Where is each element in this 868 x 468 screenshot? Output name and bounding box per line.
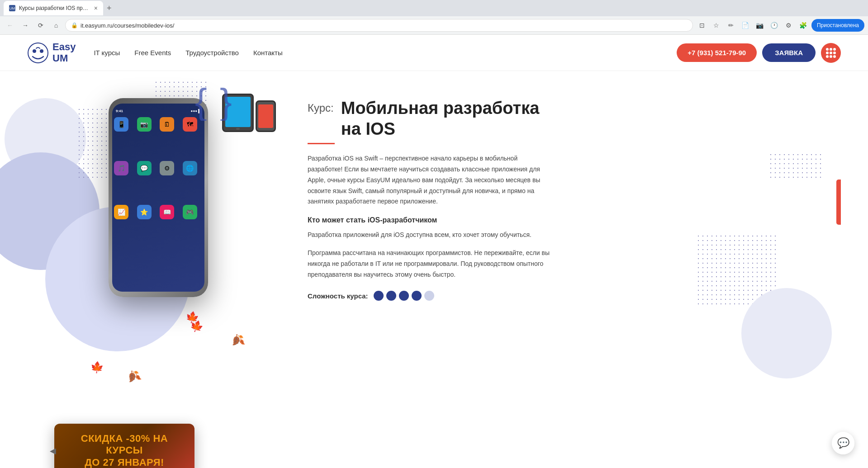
app-icon-2: 📷 <box>137 117 152 132</box>
course-description: Разработка iOS на Swift – перспективное … <box>308 153 552 207</box>
dot <box>830 55 832 58</box>
device-icons: { } <box>222 94 276 132</box>
dot <box>833 52 836 54</box>
app-icon-1: 📱 <box>114 117 128 132</box>
small-phone-screen <box>258 104 273 128</box>
zayavka-button[interactable]: ЗАЯВКА <box>762 43 816 62</box>
app-icon-3: 🗓 <box>160 117 174 132</box>
address-bar[interactable]: 🔒 it.easyum.ru/courses/mobiledev-ios/ <box>65 19 693 32</box>
tab-favicon: UM <box>9 5 15 11</box>
pdf-icon[interactable]: 📄 <box>739 19 752 32</box>
nav-contacts[interactable]: Контакты <box>253 49 283 57</box>
main-nav: IT курсы Free Events Трудоустройство Кон… <box>76 49 282 57</box>
small-phone-icon <box>256 100 276 132</box>
leaf-5: 🍁 <box>90 360 104 374</box>
phone-mockup: 9:41 ●●● ▌ 📱 📷 🗓 🗺 🎵 💬 ⚙ 🌐 📈 <box>109 98 208 297</box>
brackets-decoration: { } <box>195 80 240 123</box>
red-underline <box>308 143 335 144</box>
section1-text: Разработка приложений для iOS доступна в… <box>308 230 552 241</box>
cast-icon[interactable]: ⊡ <box>696 19 708 32</box>
diff-dot-3 <box>399 291 409 301</box>
difficulty-dots <box>374 291 434 301</box>
logo-link[interactable]: Easy UM <box>27 42 76 63</box>
app-icon-12: 🎮 <box>183 205 197 219</box>
extensions-icon[interactable]: 🧩 <box>797 19 810 32</box>
tab-close-button[interactable]: × <box>94 5 98 12</box>
camera-icon[interactable]: 📷 <box>754 19 766 32</box>
address-bar-row: ← → ⟳ ⌂ 🔒 it.easyum.ru/courses/mobiledev… <box>0 16 868 34</box>
bookmark-icon[interactable]: ☆ <box>710 19 723 32</box>
browser-chrome: UM Курсы разработки IOS прило... × + ← →… <box>0 0 868 35</box>
app-icon-7: ⚙ <box>160 161 174 175</box>
course-title: Мобильная разработкана IOS <box>341 98 540 139</box>
phone-container: { } <box>27 98 289 297</box>
dot <box>826 52 829 54</box>
refresh-button[interactable]: ⟳ <box>34 19 47 32</box>
promo-text: СКИДКА -30% НА КУРСЫДО 27 ЯНВАРЯ! <box>65 433 184 468</box>
app-icon-8: 🌐 <box>183 161 197 175</box>
leaf-2: 🍂 <box>229 332 246 348</box>
dot <box>830 48 832 51</box>
menu-dots-button[interactable] <box>821 43 841 63</box>
difficulty-row: Сложность курса: <box>308 291 841 301</box>
tab-title: Курсы разработки IOS прило... <box>19 5 90 11</box>
tab-bar: UM Курсы разработки IOS прило... × + <box>0 0 868 16</box>
logo-svg <box>27 42 49 64</box>
svg-text:}: } <box>220 81 232 121</box>
dot <box>826 55 829 58</box>
promo-arrow-left: ◀ <box>50 446 56 456</box>
app-icon-6: 💬 <box>137 161 152 175</box>
leaf-4: 🍂 <box>124 368 142 385</box>
diff-dot-4 <box>412 291 422 301</box>
dot <box>826 48 829 51</box>
app-icon-5: 🎵 <box>114 161 128 175</box>
svg-point-1 <box>33 49 36 53</box>
url-text: it.easyum.ru/courses/mobiledev-ios/ <box>81 22 687 29</box>
active-tab[interactable]: UM Курсы разработки IOS прило... × <box>4 1 103 15</box>
forward-button[interactable]: → <box>19 19 32 32</box>
header-right: +7 (931) 521-79-90 ЗАЯВКА <box>677 43 841 63</box>
home-button[interactable]: ⌂ <box>50 19 62 32</box>
course-prefix: Курс: <box>308 102 334 114</box>
sidebar-accent <box>836 180 841 225</box>
hero-right: Курс: Мобильная разработкана IOS Разрабо… <box>289 89 841 468</box>
svg-point-0 <box>28 43 48 63</box>
back-button[interactable]: ← <box>4 19 16 32</box>
dots-grid <box>826 48 836 58</box>
new-tab-button[interactable]: + <box>103 4 115 13</box>
phone-screen: 9:41 ●●● ▌ 📱 📷 🗓 🗺 🎵 💬 ⚙ 🌐 📈 <box>112 104 204 292</box>
promo-banner: ◀ СКИДКА -30% НА КУРСЫДО 27 ЯНВАРЯ! <box>54 424 194 468</box>
dot <box>833 55 836 58</box>
profile-button[interactable]: Приостановлена <box>811 19 864 32</box>
nav-employment[interactable]: Трудоустройство <box>185 49 239 57</box>
svg-point-2 <box>40 49 43 53</box>
history-icon[interactable]: 🕐 <box>768 19 781 32</box>
section1-title: Кто может стать iOS-разработчиком <box>308 216 841 224</box>
nav-free-events[interactable]: Free Events <box>134 49 171 57</box>
pen-icon[interactable]: ✏ <box>725 19 737 32</box>
phone-screen-inner: 9:41 ●●● ▌ 📱 📷 🗓 🗺 🎵 💬 ⚙ 🌐 📈 <box>112 104 204 292</box>
app-icon-10: ⭐ <box>137 205 152 219</box>
course-title-container: Курс: Мобильная разработкана IOS <box>308 98 841 139</box>
nav-it-courses[interactable]: IT курсы <box>94 49 120 57</box>
section2-text: Программа рассчитана на начинающих прогр… <box>308 248 552 280</box>
security-icon: 🔒 <box>71 22 78 28</box>
phone-time: 9:41 <box>116 109 123 113</box>
toolbar-icons: ⊡ ☆ ✏ 📄 📷 🕐 ⚙ 🧩 Приостановлена <box>696 19 864 32</box>
hero-left: { } <box>27 89 289 468</box>
dot <box>833 48 836 51</box>
phone-button[interactable]: +7 (931) 521-79-90 <box>677 43 757 62</box>
hero-section: { } <box>0 71 868 468</box>
site-content: Easy UM IT курсы Free Events Трудоустрой… <box>0 35 868 468</box>
settings-icon[interactable]: ⚙ <box>783 19 795 32</box>
app-icon-11: 📖 <box>160 205 174 219</box>
dot <box>830 52 832 54</box>
svg-text:{: { <box>195 81 207 121</box>
tablet-home-button <box>236 128 240 130</box>
chat-widget[interactable]: 💬 <box>832 432 854 454</box>
site-header: Easy UM IT курсы Free Events Трудоустрой… <box>0 35 868 71</box>
app-icon-9: 📈 <box>114 205 128 219</box>
logo-text: Easy UM <box>52 42 76 63</box>
phone-status-bar: 9:41 ●●● ▌ <box>114 107 203 114</box>
diff-dot-1 <box>374 291 384 301</box>
